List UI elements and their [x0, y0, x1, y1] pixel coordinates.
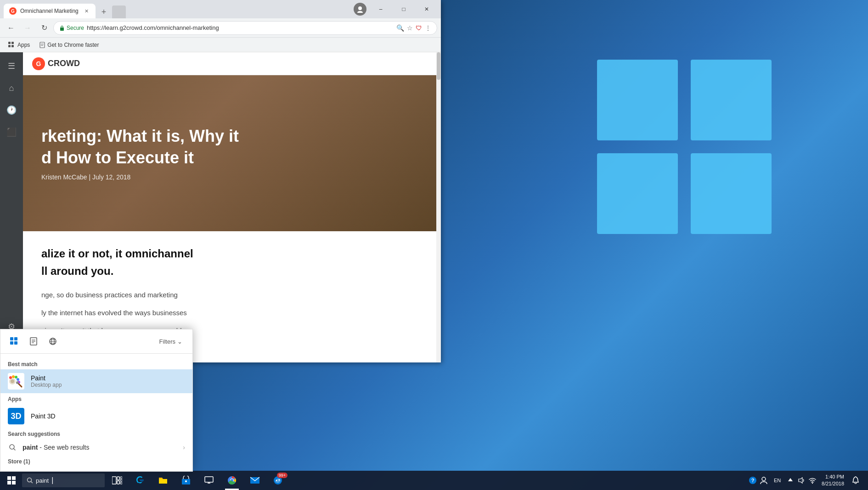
minimize-button[interactable]: – [370, 2, 391, 17]
profile-button[interactable] [354, 3, 366, 16]
sidebar-menu-button[interactable]: ☰ [2, 57, 21, 75]
body-para-1: nge, so do business practices and market… [41, 290, 423, 301]
tray-lang-icon[interactable]: ENG [770, 473, 784, 487]
address-bar[interactable]: Secure https://learn.g2crowd.com/omnicha… [53, 21, 437, 35]
svg-rect-18 [14, 341, 17, 345]
cursor: | [51, 476, 53, 484]
cortana-button[interactable]: 99+ [266, 471, 289, 490]
site-hero: rketing: What it is, Why it d How to Exe… [23, 75, 441, 231]
apps-label: Apps [0, 393, 192, 404]
up-arrow-icon [787, 477, 794, 484]
mail-button[interactable] [243, 471, 266, 490]
windows-icon [7, 476, 16, 484]
svg-point-65 [762, 477, 766, 481]
refresh-button[interactable]: ↻ [37, 21, 51, 35]
svg-text:G: G [11, 9, 15, 14]
address-icons: 🔍 ☆ 🛡 ⋮ [396, 24, 431, 32]
edge-button[interactable] [129, 471, 152, 490]
svg-rect-3 [691, 153, 772, 234]
search-icon [8, 443, 17, 452]
svg-rect-46 [117, 481, 119, 484]
extension-icon[interactable]: 🛡 [416, 24, 422, 32]
tab-favicon: G [9, 7, 17, 15]
paint-icon [8, 373, 24, 390]
tray-volume-icon[interactable] [797, 476, 806, 485]
store-button[interactable] [175, 471, 197, 490]
paint-result-info: Paint Desktop app [31, 374, 185, 388]
tray-clock[interactable]: 1:40 PM 8/21/2018 [819, 473, 847, 488]
suggestion-arrow-icon: › [183, 444, 185, 451]
g2-logo-circle: G [32, 57, 45, 70]
taskbar-search-box[interactable]: paint | [22, 473, 105, 487]
best-match-label: Best match [0, 358, 192, 369]
tray-people-icon[interactable] [759, 476, 768, 485]
scrollbar-thumb[interactable] [437, 52, 440, 80]
active-tab[interactable]: G Omnichannel Marketing ✕ [4, 4, 96, 18]
sidebar-history-button[interactable]: 🕐 [2, 101, 21, 119]
filters-button[interactable]: Filters ⌄ [156, 336, 186, 347]
tab-area: G Omnichannel Marketing ✕ + [4, 0, 354, 18]
explorer-button[interactable] [152, 471, 175, 490]
tray-notification-icon[interactable] [849, 473, 862, 487]
svg-rect-2 [597, 153, 678, 234]
explorer-icon [158, 476, 168, 485]
svg-rect-53 [205, 477, 213, 482]
svg-rect-0 [597, 60, 678, 140]
taskbar-apps: 99+ [106, 471, 744, 490]
svg-rect-50 [159, 479, 167, 484]
back-button[interactable]: ← [4, 21, 18, 35]
svg-rect-11 [11, 45, 14, 47]
page-content: ☰ ⌂ 🕐 ⬛ ⚙ 👤 G CROWD r [0, 52, 441, 362]
tray-help-icon[interactable]: ? [748, 476, 757, 485]
taskview-button[interactable] [106, 471, 129, 490]
panel-doc-icon[interactable] [26, 334, 41, 349]
paint3d-result-name: Paint 3D [31, 412, 185, 420]
forward-button[interactable]: → [20, 21, 35, 35]
svg-text:ENG: ENG [774, 478, 781, 483]
more-icon[interactable]: ⋮ [425, 24, 431, 32]
new-tab-button[interactable]: + [97, 6, 110, 18]
g2-header: G CROWD [23, 52, 441, 75]
svg-point-34 [17, 378, 19, 381]
apps-button[interactable]: Apps [6, 41, 33, 49]
bookmark-item-chrome[interactable]: Get to Chrome faster [36, 41, 101, 49]
panel-globe-icon[interactable] [45, 334, 60, 349]
hero-title: rketing: What it is, Why it d How to Exe… [41, 126, 239, 169]
svg-point-32 [12, 375, 15, 378]
bookmark-icon[interactable]: ☆ [407, 24, 413, 32]
sidebar-shield-button[interactable]: ⬛ [2, 123, 21, 141]
svg-rect-9 [11, 42, 14, 44]
computer-button[interactable] [197, 471, 220, 490]
paint3d-result-info: Paint 3D [31, 412, 185, 420]
paint-suggestion-item[interactable]: paint - See web results › [0, 439, 192, 456]
start-button[interactable] [2, 471, 21, 490]
hero-meta: Kristen McCabe | July 12, 2018 [41, 173, 239, 181]
svg-point-52 [185, 480, 187, 482]
nav-bar: ← → ↻ Secure https://learn.g2crowd.com/o… [0, 18, 441, 38]
clock-time: 1:40 PM [825, 473, 844, 480]
language-icon: ENG [773, 476, 781, 484]
search-icon[interactable]: 🔍 [396, 24, 404, 32]
svg-point-61 [276, 480, 277, 481]
maximize-button[interactable]: □ [393, 2, 414, 17]
svg-rect-47 [120, 477, 122, 479]
svg-rect-44 [112, 477, 116, 484]
paint3d-result-item[interactable]: 3D Paint 3D [0, 404, 192, 428]
filters-label: Filters [159, 338, 175, 345]
panel-grid-icon[interactable] [7, 334, 22, 349]
sidebar-home-button[interactable]: ⌂ [2, 79, 21, 97]
mail-icon [250, 476, 260, 484]
suggestion-text: paint - See web results [23, 444, 90, 451]
taskview-icon [112, 476, 122, 484]
paint-result-item[interactable]: Paint Desktop app [0, 369, 192, 393]
clock-date: 8/21/2018 [822, 480, 844, 487]
close-button[interactable]: ✕ [416, 2, 437, 17]
chrome-button[interactable] [220, 471, 243, 490]
window-controls: – □ ✕ [370, 2, 437, 17]
tab-close-button[interactable]: ✕ [83, 7, 90, 15]
svg-rect-10 [8, 45, 11, 47]
tray-wifi-icon[interactable] [808, 476, 817, 485]
tray-up-arrow-icon[interactable] [786, 476, 795, 485]
scrollbar[interactable] [436, 52, 441, 362]
svg-point-69 [812, 483, 813, 484]
